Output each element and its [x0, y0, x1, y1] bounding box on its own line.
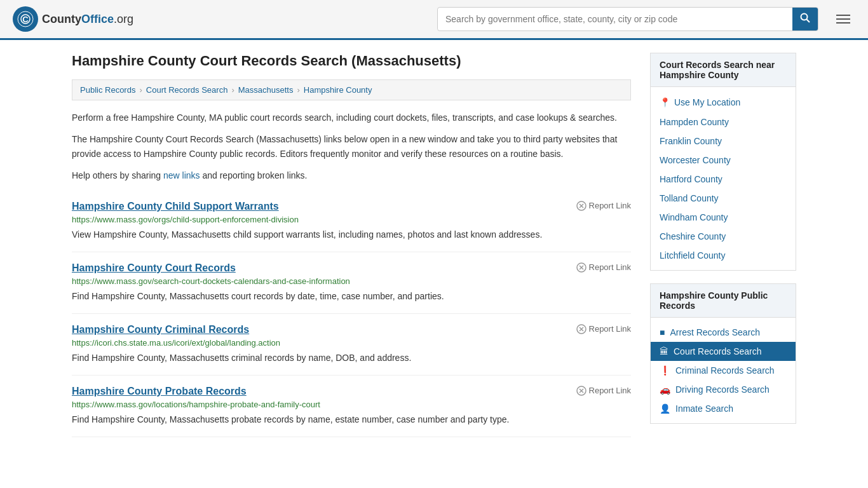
description-2: The Hampshire County Court Records Searc…: [72, 132, 631, 161]
results-container: Hampshire County Child Support Warrants …: [72, 191, 631, 437]
result-item: Hampshire County Child Support Warrants …: [72, 191, 631, 252]
public-record-icon-3: 🚗: [660, 384, 670, 395]
report-link-0[interactable]: Report Link: [576, 201, 631, 211]
result-desc-0: View Hampshire County, Massachusetts chi…: [72, 228, 631, 241]
result-url-0[interactable]: https://www.mass.gov/orgs/child-support-…: [72, 215, 631, 224]
use-location-label: Use My Location: [674, 97, 740, 107]
public-record-link-4[interactable]: 👤Inmate Search: [651, 399, 796, 418]
public-records-content: ■Arrest Records Search🏛Court Records Sea…: [651, 318, 796, 423]
result-url-1[interactable]: https://www.mass.gov/search-court-docket…: [72, 276, 631, 286]
public-record-label-3: Driving Records Search: [675, 384, 770, 395]
nearby-county-6[interactable]: Cheshire County: [651, 227, 796, 246]
report-icon-2: [576, 324, 587, 334]
main-container: Hampshire County Court Records Search (M…: [59, 40, 809, 450]
header: C CountyOffice.org: [0, 0, 868, 40]
nearby-county-3[interactable]: Hartford County: [651, 170, 796, 189]
nearby-county-1[interactable]: Franklin County: [651, 132, 796, 151]
public-records-box: Hampshire County Public Records ■Arrest …: [650, 283, 796, 424]
result-title-3[interactable]: Hampshire County Probate Records: [72, 386, 247, 397]
new-links-link[interactable]: new links: [163, 170, 200, 180]
nearby-title: Court Records Search near Hampshire Coun…: [651, 53, 796, 87]
public-record-icon-2: ❗: [660, 365, 670, 376]
svg-line-4: [807, 20, 810, 23]
breadcrumb-massachusetts[interactable]: Massachusetts: [238, 85, 294, 95]
public-record-label-4: Inmate Search: [675, 403, 733, 414]
public-record-label-0: Arrest Records Search: [670, 327, 760, 337]
nearby-box: Court Records Search near Hampshire Coun…: [650, 53, 796, 271]
public-record-link-3[interactable]: 🚗Driving Records Search: [651, 380, 796, 399]
breadcrumb-hampshire-county[interactable]: Hampshire County: [304, 85, 372, 95]
description-1: Perform a free Hampshire County, MA publ…: [72, 111, 631, 125]
report-link-3[interactable]: Report Link: [576, 386, 631, 396]
public-record-link-0[interactable]: ■Arrest Records Search: [651, 323, 796, 342]
nearby-county-0[interactable]: Hampden County: [651, 112, 796, 132]
nearby-county-4[interactable]: Tolland County: [651, 189, 796, 208]
nearby-counties: Hampden CountyFranklin CountyWorcester C…: [651, 112, 796, 265]
result-title-0[interactable]: Hampshire County Child Support Warrants: [72, 201, 279, 212]
logo[interactable]: C CountyOffice.org: [13, 6, 133, 32]
nearby-county-5[interactable]: Windham County: [651, 208, 796, 227]
breadcrumb-sep-2: ›: [231, 85, 234, 95]
nearby-county-7[interactable]: Litchfield County: [651, 246, 796, 265]
breadcrumb-court-records[interactable]: Court Records Search: [146, 85, 228, 95]
use-location[interactable]: 📍 Use My Location: [651, 92, 796, 112]
report-icon-0: [576, 201, 587, 211]
public-records-links: ■Arrest Records Search🏛Court Records Sea…: [651, 323, 796, 418]
page-title: Hampshire County Court Records Search (M…: [72, 53, 631, 69]
result-item: Hampshire County Probate Records Report …: [72, 376, 631, 437]
description-3: Help others by sharing new links and rep…: [72, 168, 631, 182]
report-icon-1: [576, 262, 587, 273]
result-header-1: Hampshire County Court Records Report Li…: [72, 262, 631, 274]
nearby-county-2[interactable]: Worcester County: [651, 151, 796, 170]
svg-point-3: [801, 14, 808, 20]
content-area: Hampshire County Court Records Search (M…: [72, 53, 631, 437]
breadcrumb-public-records[interactable]: Public Records: [80, 85, 135, 95]
result-item: Hampshire County Court Records Report Li…: [72, 252, 631, 314]
result-header-0: Hampshire County Child Support Warrants …: [72, 201, 631, 212]
breadcrumb-sep-3: ›: [297, 85, 299, 95]
result-header-2: Hampshire County Criminal Records Report…: [72, 324, 631, 336]
search-button[interactable]: [792, 8, 818, 30]
result-header-3: Hampshire County Probate Records Report …: [72, 386, 631, 397]
report-link-2[interactable]: Report Link: [576, 324, 631, 334]
public-record-link-1[interactable]: 🏛Court Records Search: [651, 342, 796, 361]
public-record-link-2[interactable]: ❗Criminal Records Search: [651, 361, 796, 380]
search-input[interactable]: [438, 9, 792, 29]
result-url-2[interactable]: https://icori.chs.state.ma.us/icori/ext/…: [72, 338, 631, 348]
public-record-label-1: Court Records Search: [674, 346, 762, 356]
logo-icon: C: [13, 6, 38, 32]
result-item: Hampshire County Criminal Records Report…: [72, 314, 631, 376]
result-url-3[interactable]: https://www.mass.gov/locations/hampshire…: [72, 400, 631, 409]
location-icon: 📍: [660, 97, 670, 107]
breadcrumb: Public Records › Court Records Search › …: [72, 79, 631, 100]
hamburger-icon: [836, 15, 850, 24]
sidebar: Court Records Search near Hampshire Coun…: [650, 53, 796, 437]
result-desc-1: Find Hampshire County, Massachusetts cou…: [72, 290, 631, 303]
description-3-suffix: and reporting broken links.: [200, 170, 308, 180]
public-record-icon-1: 🏛: [660, 346, 668, 356]
public-record-icon-4: 👤: [660, 403, 670, 414]
report-link-1[interactable]: Report Link: [576, 262, 631, 273]
description-3-prefix: Help others by sharing: [72, 170, 163, 180]
breadcrumb-sep-1: ›: [139, 85, 142, 95]
menu-button[interactable]: [831, 12, 855, 26]
public-records-title: Hampshire County Public Records: [651, 284, 796, 318]
public-record-label-2: Criminal Records Search: [675, 365, 775, 376]
public-record-icon-0: ■: [660, 327, 665, 337]
search-bar: [437, 7, 818, 31]
report-icon-3: [576, 386, 587, 396]
result-title-2[interactable]: Hampshire County Criminal Records: [72, 324, 249, 336]
result-title-1[interactable]: Hampshire County Court Records: [72, 262, 236, 274]
result-desc-2: Find Hampshire County, Massachusetts cri…: [72, 351, 631, 365]
nearby-content: 📍 Use My Location Hampden CountyFranklin…: [651, 87, 796, 270]
logo-text: CountyOffice.org: [42, 13, 133, 26]
result-desc-3: Find Hampshire County, Massachusetts pro…: [72, 413, 631, 426]
